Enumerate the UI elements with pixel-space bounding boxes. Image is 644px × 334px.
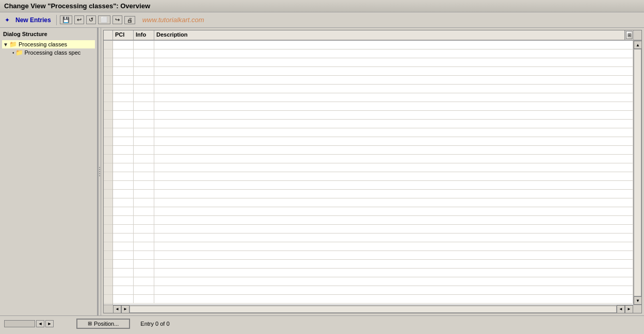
- cell-pcl: [113, 146, 134, 154]
- cell-pcl: [113, 163, 134, 172]
- cell-pcl: [113, 242, 134, 250]
- h-scroll-left-btn[interactable]: ◄: [113, 305, 121, 313]
- watermark: www.tutorialkart.com: [142, 16, 204, 24]
- cell-info: [134, 85, 154, 93]
- table-row[interactable]: [113, 181, 633, 190]
- scroll-down-button[interactable]: ▼: [634, 296, 641, 305]
- cell-desc: [154, 181, 633, 189]
- tree-item-processing-classes[interactable]: ▼ 📁 Processing classes: [2, 40, 95, 48]
- table-row[interactable]: [113, 207, 633, 216]
- right-panel: PCl Info Description ⊞: [101, 28, 644, 315]
- back-button[interactable]: ↩: [74, 15, 84, 24]
- row-num: [104, 269, 112, 277]
- table-row[interactable]: [113, 102, 633, 111]
- table-row[interactable]: [113, 155, 633, 163]
- nav-next-button[interactable]: ►: [45, 320, 54, 327]
- table-row[interactable]: [113, 251, 633, 260]
- cell-pcl: [113, 260, 134, 268]
- row-num: [104, 67, 112, 76]
- title-bar: Change View "Processing classes": Overvi…: [0, 0, 644, 12]
- table-row[interactable]: [113, 67, 633, 76]
- table-row[interactable]: [113, 146, 633, 155]
- row-num: [104, 102, 112, 111]
- table-row[interactable]: [113, 172, 633, 181]
- vertical-scrollbar[interactable]: ▲ ▼: [633, 41, 641, 305]
- cell-pcl: [113, 137, 134, 145]
- cell-info: [134, 67, 154, 75]
- scroll-up-button[interactable]: ▲: [634, 41, 641, 49]
- table-row[interactable]: [113, 216, 633, 225]
- table-row[interactable]: [113, 163, 633, 172]
- cell-info: [134, 76, 154, 84]
- table-row[interactable]: [113, 198, 633, 207]
- other-button[interactable]: ⬜: [98, 15, 110, 24]
- forward-button[interactable]: ↪: [112, 15, 122, 24]
- cell-desc: [154, 49, 633, 58]
- cell-pcl: [113, 295, 134, 303]
- table-row[interactable]: [113, 58, 633, 67]
- h-scroll-right-btn3[interactable]: ►: [625, 305, 633, 313]
- table-row[interactable]: [113, 41, 633, 49]
- table-row[interactable]: [113, 85, 633, 93]
- table-row[interactable]: [113, 111, 633, 120]
- splitter-dot-2: [99, 169, 100, 170]
- nav-prev-button[interactable]: ◄: [36, 320, 44, 327]
- cell-desc: [154, 269, 633, 277]
- table-header: PCl Info Description ⊞: [104, 30, 641, 41]
- table-row[interactable]: [113, 120, 633, 128]
- row-num: [104, 181, 112, 190]
- row-num: [104, 286, 112, 295]
- print-button[interactable]: 🖨: [124, 16, 135, 24]
- table-row[interactable]: [113, 93, 633, 102]
- tree-label-processing-class-spec: Processing class spec: [25, 49, 81, 56]
- row-num: [104, 76, 112, 85]
- cell-pcl: [113, 76, 134, 84]
- cell-pcl: [113, 181, 134, 189]
- cell-info: [134, 242, 154, 250]
- table-row[interactable]: [113, 128, 633, 137]
- col-header-pcl: PCl: [113, 30, 134, 40]
- cell-desc: [154, 102, 633, 110]
- table-row[interactable]: [113, 277, 633, 286]
- new-entries-button[interactable]: New Entries: [13, 16, 53, 24]
- position-button[interactable]: ⊞ Position...: [76, 319, 130, 329]
- h-scroll-right-btn[interactable]: ►: [121, 305, 130, 313]
- tree-item-processing-class-spec[interactable]: • 📁 Processing class spec: [2, 48, 95, 57]
- page-title: Change View "Processing classes": Overvi…: [4, 2, 150, 10]
- table-row[interactable]: [113, 190, 633, 198]
- cell-info: [134, 41, 154, 49]
- undo-icon: ↺: [89, 16, 93, 23]
- cell-info: [134, 269, 154, 277]
- cell-desc: [154, 198, 633, 207]
- splitter-dot-1: [99, 167, 100, 168]
- row-num: [104, 172, 112, 181]
- table-row[interactable]: [113, 137, 633, 146]
- col-select-button[interactable]: ⊞: [626, 31, 633, 39]
- cell-info: [134, 137, 154, 145]
- cell-pcl: [113, 41, 134, 49]
- cell-info: [134, 277, 154, 286]
- table-row[interactable]: [113, 242, 633, 251]
- position-icon: ⊞: [88, 321, 92, 326]
- table-row[interactable]: [113, 269, 633, 277]
- cell-desc: [154, 190, 633, 198]
- save-button[interactable]: 💾: [60, 15, 72, 24]
- table-body-wrapper: ▲ ▼: [104, 41, 641, 305]
- row-num: [104, 216, 112, 225]
- row-num: [104, 137, 112, 146]
- col-header-info: Info: [134, 30, 154, 40]
- h-scroll-track: [130, 306, 617, 313]
- cell-pcl: [113, 102, 134, 110]
- undo-button[interactable]: ↺: [86, 15, 96, 24]
- new-entries-icon: ✦: [3, 16, 11, 24]
- table-row[interactable]: [113, 49, 633, 58]
- table-row[interactable]: [113, 295, 633, 304]
- table-row[interactable]: [113, 233, 633, 242]
- table-row[interactable]: [113, 260, 633, 269]
- print-icon: 🖨: [127, 17, 133, 23]
- table-row[interactable]: [113, 225, 633, 233]
- row-num: [104, 146, 112, 155]
- table-row[interactable]: [113, 286, 633, 295]
- h-scroll-right-btn2[interactable]: ◄: [617, 305, 625, 313]
- table-row[interactable]: [113, 76, 633, 85]
